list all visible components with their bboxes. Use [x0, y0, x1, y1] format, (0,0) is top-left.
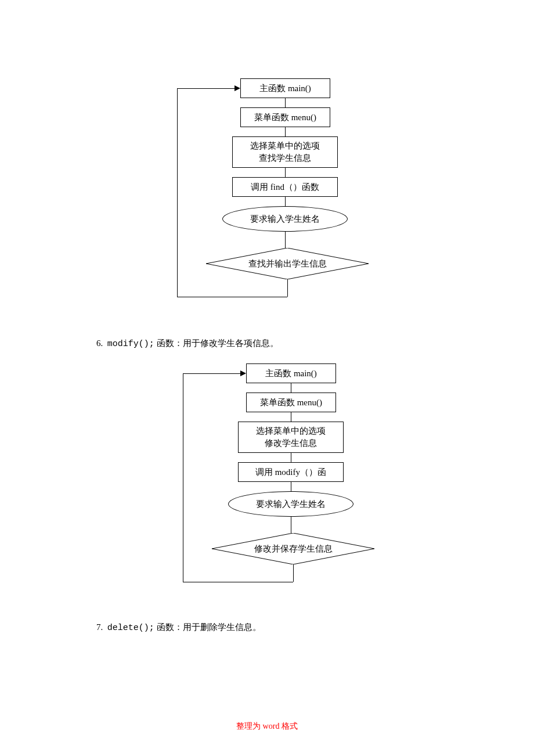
- arrow-icon: [234, 85, 240, 91]
- connector: [177, 88, 178, 297]
- label-line1: 选择菜单中的选项: [256, 425, 326, 437]
- item-number: 6.: [96, 339, 103, 348]
- box-menu: 菜单函数 menu(): [246, 393, 336, 412]
- ellipse-input-name: 要求输入学生姓名: [228, 491, 353, 517]
- label: 主函数 main(): [265, 368, 317, 380]
- connector: [287, 279, 288, 297]
- list-item-6: 6. modify(); 函数：用于修改学生各项信息。: [96, 336, 279, 351]
- connector: [291, 453, 291, 462]
- label-line1: 选择菜单中的选项: [250, 140, 320, 152]
- page-footer: 整理为 word 格式: [0, 721, 534, 732]
- label: 要求输入学生姓名: [250, 214, 320, 225]
- box-select-option: 选择菜单中的选项 修改学生信息: [238, 422, 344, 453]
- function-name: modify();: [107, 339, 154, 349]
- connector: [285, 168, 286, 177]
- label: 修改并保存学生信息: [254, 544, 333, 553]
- label-line2: 修改学生信息: [265, 437, 317, 449]
- connector: [183, 373, 183, 582]
- item-description: 函数：用于修改学生各项信息。: [157, 339, 279, 348]
- connector: [177, 297, 287, 297]
- box-main: 主函数 main(): [246, 363, 336, 383]
- connector: [293, 564, 294, 582]
- label: 要求输入学生姓名: [256, 499, 326, 510]
- label: 菜单函数 menu(): [254, 111, 316, 124]
- box-select-option: 选择菜单中的选项 查找学生信息: [232, 136, 338, 168]
- connector: [285, 197, 286, 206]
- label: 查找并输出学生信息: [248, 259, 327, 268]
- connector: [291, 482, 291, 491]
- connector: [291, 517, 291, 533]
- function-name: delete();: [107, 623, 154, 633]
- connector: [285, 232, 286, 248]
- connector: [291, 383, 291, 393]
- connector: [291, 412, 291, 422]
- diamond-find-output: 查找并输出学生信息: [206, 248, 369, 279]
- label: 调用 modify（）函: [255, 466, 326, 478]
- label-line2: 查找学生信息: [259, 152, 311, 164]
- connector: [177, 88, 234, 89]
- connector: [285, 127, 286, 136]
- list-item-7: 7. delete(); 函数：用于删除学生信息。: [96, 620, 261, 635]
- box-main: 主函数 main(): [240, 78, 330, 98]
- arrow-icon: [240, 370, 246, 376]
- box-call-modify: 调用 modify（）函: [238, 462, 344, 482]
- box-call-find: 调用 find（）函数: [232, 177, 338, 197]
- item-number: 7.: [96, 622, 103, 632]
- box-menu: 菜单函数 menu(): [240, 107, 330, 127]
- ellipse-input-name: 要求输入学生姓名: [222, 206, 348, 232]
- diamond-modify-save: 修改并保存学生信息: [212, 533, 374, 564]
- label: 调用 find（）函数: [251, 181, 319, 193]
- connector: [183, 582, 293, 582]
- label: 菜单函数 menu(): [260, 397, 322, 409]
- footer-text: 整理为 word 格式: [236, 722, 298, 730]
- label: 主函数 main(): [259, 82, 311, 95]
- connector: [183, 373, 240, 374]
- connector: [285, 98, 286, 107]
- item-description: 函数：用于删除学生信息。: [157, 622, 261, 632]
